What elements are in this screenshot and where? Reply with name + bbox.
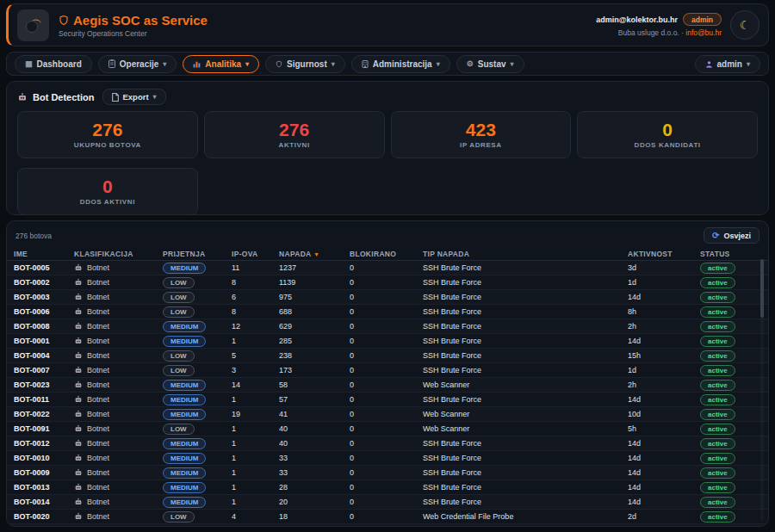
activity-age: 14d — [628, 293, 700, 301]
table-row[interactable]: BOT-0023 Botnet MEDIUM 14 58 0 Web Scann… — [7, 378, 768, 393]
nav-label: Dashboard — [37, 59, 82, 69]
bar-chart-icon — [193, 60, 201, 68]
table-row[interactable]: BOT-0022 Botnet MEDIUM 19 41 0 Web Scann… — [7, 407, 768, 422]
blocked-count: 0 — [350, 380, 423, 389]
classification-cell: Botnet — [74, 410, 163, 418]
table-row[interactable]: BOT-0006 Botnet LOW 8 688 0 SSH Brute Fo… — [7, 305, 768, 319]
chevron-down-icon: ▾ — [747, 60, 750, 68]
table-row[interactable]: BOT-0007 Botnet LOW 3 173 0 SSH Brute Fo… — [7, 363, 768, 378]
stat-label: AKTIVNI — [279, 141, 310, 149]
export-button[interactable]: Export ▾ — [102, 89, 166, 105]
classification-label: Botnet — [87, 454, 109, 462]
column-header-aktivnost[interactable]: AKTIVNOST — [628, 250, 700, 258]
table-row[interactable]: BOT-0012 Botnet MEDIUM 1 40 0 SSH Brute … — [7, 436, 768, 451]
stat-label: DDOS AKTIVNI — [80, 198, 135, 206]
bot-id: BOT-0004 — [14, 351, 74, 360]
attack-type: Web Scanner — [423, 380, 628, 389]
attack-type: SSH Brute Force — [423, 498, 628, 506]
table-row[interactable]: BOT-0008 Botnet MEDIUM 12 629 0 SSH Brut… — [7, 319, 768, 334]
threat-badge — [163, 526, 185, 528]
table-row-partial[interactable] — [7, 524, 768, 527]
table-scrollbar-thumb[interactable] — [760, 259, 764, 318]
stat-label: UKUPNO BOTOVA — [74, 141, 141, 149]
column-header-tip-napada[interactable]: TIP NAPADA — [423, 250, 628, 258]
robot-icon — [74, 366, 83, 374]
table-row[interactable]: BOT-0014 Botnet MEDIUM 1 20 0 SSH Brute … — [7, 495, 768, 510]
threat-badge: LOW — [163, 350, 195, 362]
stat-card-total-bots: 276 UKUPNO BOTOVA — [17, 111, 198, 158]
classification-label: Botnet — [87, 322, 109, 331]
attack-count: 629 — [279, 322, 350, 331]
column-header-prijetnja[interactable]: PRIJETNJA — [163, 250, 232, 258]
table-row[interactable]: BOT-0002 Botnet LOW 8 1139 0 SSH Brute F… — [7, 275, 768, 290]
threat-badge: MEDIUM — [163, 482, 206, 493]
stat-card-ddos-candidates: 0 DDOS KANDIDATI — [577, 111, 758, 158]
table-row[interactable]: BOT-0003 Botnet LOW 6 975 0 SSH Brute Fo… — [7, 290, 768, 305]
bot-detection-panel: Bot Detection Export ▾ 276 UKUPNO BOTOVA… — [6, 81, 769, 215]
robot-icon — [74, 483, 83, 492]
table-row[interactable]: BOT-0020 Botnet LOW 4 18 0 Web Credentia… — [7, 510, 768, 524]
blocked-count: 0 — [350, 512, 423, 521]
ip-count: 1 — [232, 454, 279, 462]
ip-count: 1 — [232, 337, 279, 345]
table-row[interactable]: BOT-0011 Botnet MEDIUM 1 57 0 SSH Brute … — [7, 393, 768, 407]
status-badge: active — [700, 497, 735, 508]
nav-item-operacije[interactable]: Operacije ▾ — [98, 55, 177, 73]
robot-icon — [74, 468, 83, 477]
nav-item-sustav[interactable]: ⚙ Sustav ▾ — [456, 55, 524, 73]
export-label: Export — [123, 92, 149, 102]
brand: Aegis SOC as Service Security Operations… — [59, 13, 208, 38]
chevron-down-icon: ▾ — [332, 60, 335, 68]
blocked-count: 0 — [350, 322, 423, 331]
attack-count: 1139 — [279, 278, 350, 287]
nav-item-administracija[interactable]: Administracija ▾ — [351, 55, 450, 73]
blocked-count: 0 — [350, 424, 423, 433]
bot-id: BOT-0002 — [14, 278, 74, 287]
blocked-count: 0 — [350, 410, 423, 418]
threat-badge: MEDIUM — [163, 263, 206, 274]
attack-count: 688 — [279, 307, 350, 316]
status-badge: active — [700, 321, 735, 332]
attack-count: 33 — [279, 454, 350, 462]
table-row[interactable]: BOT-0091 Botnet LOW 1 40 0 Web Scanner 5… — [7, 422, 768, 436]
status-badge: active — [700, 380, 735, 391]
table-row[interactable]: BOT-0010 Botnet MEDIUM 1 33 0 SSH Brute … — [7, 451, 768, 466]
column-header-ipova[interactable]: IP-OVA — [232, 250, 279, 258]
main-nav: ▦ Dashboard Operacije ▾ Analitika ▾ Sigu… — [6, 52, 769, 76]
robot-icon — [74, 380, 83, 389]
theme-toggle-button[interactable]: ☾ — [730, 10, 760, 40]
nav-item-analitika[interactable]: Analitika ▾ — [183, 55, 259, 73]
attack-count: 40 — [279, 424, 350, 433]
table-row[interactable]: BOT-0013 Botnet MEDIUM 1 28 0 SSH Brute … — [7, 480, 768, 495]
bot-table-body: BOT-0005 Botnet MEDIUM 11 1237 0 SSH Bru… — [7, 261, 768, 524]
gear-icon: ⚙ — [467, 59, 474, 68]
table-row[interactable]: BOT-0004 Botnet LOW 5 238 0 SSH Brute Fo… — [7, 349, 768, 363]
classification-label: Botnet — [87, 293, 109, 301]
classification-cell: Botnet — [74, 263, 163, 272]
classification-cell: Botnet — [74, 351, 163, 360]
user-menu-button[interactable]: admin ▾ — [695, 55, 760, 73]
column-header-status[interactable]: STATUS — [700, 250, 754, 258]
classification-label: Botnet — [87, 498, 109, 506]
table-row[interactable]: BOT-0001 Botnet MEDIUM 1 285 0 SSH Brute… — [7, 334, 768, 349]
status-badge: active — [700, 350, 735, 362]
activity-age: 2h — [628, 380, 700, 389]
chevron-down-icon: ▾ — [245, 60, 249, 68]
column-header-ime[interactable]: IME — [14, 250, 74, 258]
column-header-klasifikacija[interactable]: KLASIFIKACIJA — [74, 250, 163, 258]
app-header: Aegis SOC as Service Security Operations… — [6, 3, 769, 46]
attack-count: 238 — [279, 351, 350, 360]
status-badge: active — [700, 453, 735, 464]
table-row[interactable]: BOT-0009 Botnet MEDIUM 1 33 0 SSH Brute … — [7, 466, 768, 480]
refresh-button[interactable]: ⟳ Osvjezi — [704, 227, 760, 244]
ip-count: 14 — [232, 380, 279, 389]
bot-id: BOT-0006 — [14, 307, 74, 316]
nav-item-dashboard[interactable]: ▦ Dashboard — [15, 55, 92, 73]
stat-value: 423 — [466, 121, 496, 139]
nav-item-sigurnost[interactable]: Sigurnost ▾ — [265, 55, 345, 73]
org-email-link[interactable]: info@bu.hr — [685, 28, 722, 37]
column-header-blokirano[interactable]: BLOKIRANO — [350, 250, 423, 258]
attack-type: Web Scanner — [423, 424, 628, 433]
table-row[interactable]: BOT-0005 Botnet MEDIUM 11 1237 0 SSH Bru… — [7, 261, 768, 275]
column-header-napada[interactable]: NAPADA ▼ — [279, 250, 350, 258]
